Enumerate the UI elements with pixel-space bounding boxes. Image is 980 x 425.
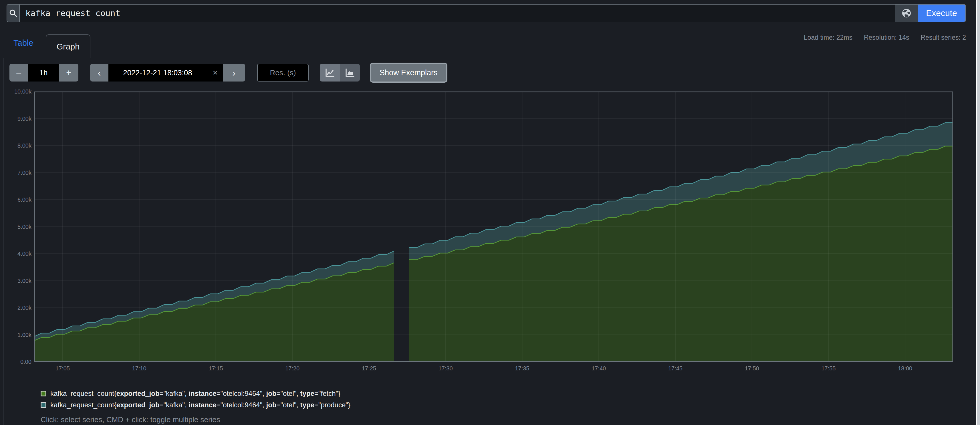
- legend-series-label: kafka_request_count{exported_job="kafka"…: [50, 401, 350, 409]
- stacked-chart-icon: [344, 67, 355, 78]
- y-axis-label: 8.00k: [6, 142, 32, 149]
- legend: kafka_request_count{exported_job="kafka"…: [41, 390, 350, 409]
- x-axis-label: 17:25: [362, 365, 376, 372]
- query-stats: Load time: 22ms Resolution: 14s Result s…: [804, 34, 966, 41]
- y-axis-label: 1.00k: [6, 331, 32, 338]
- y-axis-label: 0.00: [6, 359, 32, 365]
- legend-swatch-icon: [41, 402, 46, 408]
- area-fetch: [34, 263, 394, 362]
- graph-toolbar: – + ‹ × ›: [3, 58, 968, 90]
- range-control: – +: [10, 64, 78, 81]
- line-chart-icon: [325, 67, 335, 78]
- search-icon: [7, 5, 20, 22]
- range-input[interactable]: [28, 64, 59, 81]
- end-time-input[interactable]: [108, 68, 223, 77]
- show-exemplars-button[interactable]: Show Exemplars: [370, 63, 447, 83]
- scrollbar-thumb[interactable]: [977, 0, 980, 425]
- x-axis-label: 17:40: [592, 365, 606, 372]
- y-axis-label: 9.00k: [6, 115, 32, 122]
- y-axis-label: 10.00k: [6, 88, 32, 95]
- line-graph-toggle[interactable]: [320, 64, 340, 81]
- y-axis-label: 2.00k: [6, 305, 32, 311]
- time-prev-button[interactable]: ‹: [90, 64, 108, 81]
- load-time: Load time: 22ms: [804, 34, 853, 41]
- x-axis-label: 17:50: [745, 365, 759, 372]
- graph-panel: – + ‹ × ›: [3, 58, 968, 425]
- end-time-control: ‹ × ›: [90, 64, 245, 81]
- y-axis-label: 6.00k: [6, 196, 32, 203]
- x-axis-label: 17:15: [208, 365, 223, 372]
- x-axis-label: 17:30: [439, 365, 453, 372]
- x-axis-label: 17:05: [56, 365, 70, 372]
- x-axis-label: 17:20: [285, 365, 299, 372]
- legend-item[interactable]: kafka_request_count{exported_job="kafka"…: [41, 390, 350, 398]
- range-decrease-button[interactable]: –: [10, 64, 28, 81]
- tab-graph[interactable]: Graph: [46, 34, 91, 58]
- metrics-explorer-button[interactable]: [895, 5, 918, 22]
- legend-item[interactable]: kafka_request_count{exported_job="kafka"…: [41, 401, 350, 409]
- x-axis-label: 17:55: [821, 365, 835, 372]
- query-input[interactable]: [20, 5, 895, 22]
- graph-type-toggle: [320, 64, 360, 81]
- clear-time-icon[interactable]: ×: [213, 68, 218, 77]
- legend-swatch-icon: [41, 391, 46, 396]
- globe-icon: [900, 7, 913, 19]
- execute-button[interactable]: Execute: [918, 5, 966, 22]
- y-axis-label: 4.00k: [6, 250, 32, 257]
- plot-area[interactable]: [34, 92, 953, 362]
- result-series: Result series: 2: [921, 34, 966, 41]
- stacked-graph-toggle[interactable]: [340, 64, 360, 81]
- x-axis-label: 17:45: [668, 365, 682, 372]
- query-bar: Execute: [6, 4, 966, 22]
- resolution-input[interactable]: [257, 64, 309, 81]
- tab-table[interactable]: Table: [13, 38, 33, 48]
- x-axis-label: 18:00: [898, 365, 912, 372]
- range-increase-button[interactable]: +: [59, 64, 78, 81]
- legend-series-label: kafka_request_count{exported_job="kafka"…: [50, 390, 340, 398]
- time-next-button[interactable]: ›: [223, 64, 245, 81]
- x-axis-label: 17:10: [132, 365, 146, 372]
- x-axis-label: 17:35: [515, 365, 529, 372]
- scrollbar-track[interactable]: [976, 0, 980, 425]
- y-axis-label: 5.00k: [6, 223, 32, 230]
- y-axis-label: 3.00k: [6, 277, 32, 284]
- y-axis-label: 7.00k: [6, 169, 32, 176]
- resolution: Resolution: 14s: [864, 34, 909, 41]
- legend-hint: Click: select series, CMD + click: toggl…: [41, 415, 220, 424]
